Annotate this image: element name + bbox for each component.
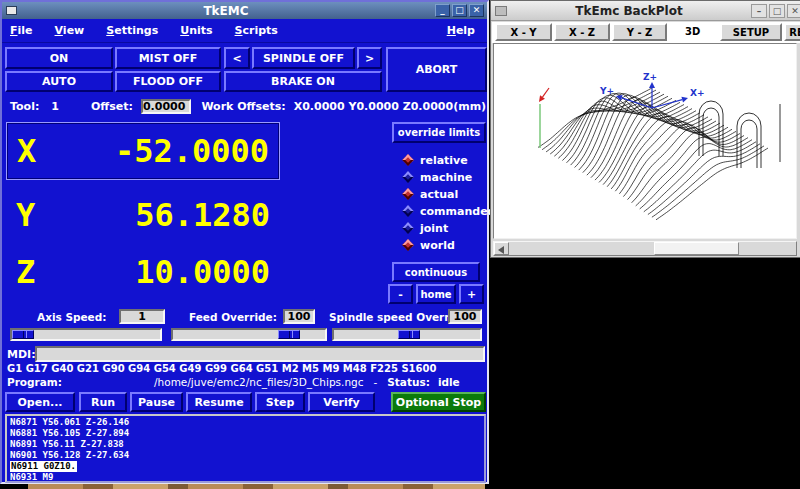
jog-continuous-button[interactable]: continuous	[392, 262, 480, 282]
abort-button[interactable]: ABORT	[386, 47, 487, 92]
tool-label: Tool:	[10, 100, 39, 113]
verify-button[interactable]: Verify	[308, 392, 375, 412]
mist-button[interactable]: MIST OFF	[115, 47, 221, 69]
menu-units[interactable]: Units	[180, 24, 212, 37]
axis-value-z: 10.0000	[112, 253, 270, 291]
feed-override-slider[interactable]	[171, 328, 327, 341]
menu-file[interactable]: File	[10, 24, 33, 37]
radio-indicator	[402, 222, 413, 233]
feed-override-entry[interactable]: 100	[283, 309, 315, 324]
program-line: N6891 Y56.11 Z-27.838	[10, 439, 481, 450]
axis-speed-slider[interactable]	[10, 328, 162, 341]
maximize-icon[interactable]: □	[452, 4, 467, 17]
desktop-wallpaper-sliver	[28, 484, 485, 489]
program-listing[interactable]: N6871 Y56.061 Z-26.146 N6881 Y56.105 Z-2…	[5, 414, 486, 483]
offset-entry[interactable]: 0.0000	[141, 99, 191, 114]
tkemc-window-title: TkEMC	[17, 4, 435, 18]
axis-letter-z: Z	[16, 253, 35, 291]
flood-button[interactable]: FLOOD OFF	[115, 71, 221, 92]
menu-help[interactable]: Help	[447, 24, 475, 37]
backplot-horizontal-scrollbar[interactable]	[493, 241, 797, 256]
scrollbar-thumb[interactable]	[654, 242, 739, 255]
work-offsets-label: Work Offsets:	[201, 100, 285, 113]
units-label: (mm)	[453, 100, 486, 113]
program-separator: -	[373, 376, 377, 388]
tool-row: Tool: 1 Offset: 0.0000 Work Offsets: X0.…	[2, 98, 487, 115]
scroll-left-icon[interactable]	[494, 242, 509, 255]
program-line: N6871 Y56.061 Z-26.146	[10, 417, 481, 428]
radio-relative[interactable]: relative	[402, 152, 495, 168]
close-icon[interactable]: ✕	[787, 4, 800, 18]
view-xy-button[interactable]: X - Y	[495, 23, 552, 41]
jog-minus-button[interactable]: -	[388, 284, 413, 304]
axis-display-x[interactable]: X -52.0000	[6, 122, 280, 180]
brake-button[interactable]: BRAKE ON	[224, 71, 382, 92]
view-xz-button[interactable]: X - Z	[554, 23, 610, 41]
work-offsets-value: X0.0000 Y0.0000 Z0.0000	[294, 100, 453, 113]
minimize-icon[interactable]: _	[435, 4, 450, 17]
axis-display-y[interactable]: Y 56.1280	[6, 192, 280, 238]
run-button[interactable]: Run	[79, 392, 127, 412]
spindle-button[interactable]: SPINDLE OFF	[252, 47, 355, 69]
menubar: File View Settings Units Scripts Help	[2, 19, 487, 43]
maximize-icon[interactable]: □	[769, 4, 785, 18]
menu-settings[interactable]: Settings	[106, 24, 158, 37]
radio-machine[interactable]: machine	[402, 169, 495, 185]
override-limits-button[interactable]: override limits	[392, 122, 486, 143]
slider-handle[interactable]	[278, 330, 300, 339]
desktop: TkEMC _ □ ✕ File View Settings Units Scr…	[0, 0, 800, 489]
svg-text:Z+: Z+	[643, 72, 657, 82]
axis-speed-entry[interactable]: 1	[119, 309, 165, 324]
axis-speed-label: Axis Speed:	[37, 311, 106, 323]
backplot-window-title: TkEmc BackPlot	[507, 4, 751, 18]
setup-button[interactable]: SETUP	[720, 23, 782, 41]
axis-letter-x: X	[17, 132, 36, 170]
program-line-current: N6911 G0Z10.	[10, 461, 77, 472]
program-line: N6901 Y56.128 Z-27.634	[10, 450, 481, 461]
minimize-icon[interactable]: –	[751, 4, 767, 18]
radio-indicator	[402, 239, 413, 250]
axis-letter-y: Y	[16, 196, 35, 234]
slider-handle[interactable]	[398, 330, 420, 339]
tkemc-titlebar[interactable]: TkEMC _ □ ✕	[2, 2, 487, 19]
step-button[interactable]: Step	[255, 392, 305, 412]
mdi-input[interactable]	[35, 346, 485, 362]
radio-actual[interactable]: actual	[402, 186, 495, 202]
axis-display-z[interactable]: Z 10.0000	[6, 249, 280, 295]
radio-commanded[interactable]: commanded	[402, 203, 495, 219]
spindle-increase-button[interactable]: >	[357, 47, 382, 69]
pause-button[interactable]: Pause	[130, 392, 183, 412]
svg-text:X+: X+	[690, 88, 704, 98]
backplot-canvas[interactable]: Z+Y+X+	[493, 43, 797, 239]
close-icon[interactable]: ✕	[469, 4, 484, 17]
offset-label: Offset:	[91, 100, 133, 113]
backplot-titlebar[interactable]: TkEmc BackPlot – □ ✕	[491, 1, 800, 21]
view-3d-label[interactable]: 3D	[685, 26, 700, 37]
machine-on-button[interactable]: ON	[5, 47, 113, 69]
active-gcodes: G1 G17 G40 G21 G90 G94 G54 G49 G99 G64 G…	[7, 363, 436, 374]
menu-view[interactable]: View	[55, 24, 85, 37]
home-button[interactable]: home	[416, 284, 456, 304]
menu-scripts[interactable]: Scripts	[235, 24, 278, 37]
program-status-row: Program: /home/juve/emc2/nc_files/3D_Chi…	[7, 376, 482, 388]
optional-stop-button[interactable]: Optional Stop	[391, 392, 486, 412]
svg-text:Y+: Y+	[599, 86, 614, 96]
spindle-override-entry[interactable]: 100	[448, 309, 482, 324]
resume-button[interactable]: Resume	[186, 392, 252, 412]
radio-indicator	[402, 188, 413, 199]
tool-value: 1	[51, 100, 59, 113]
open-button[interactable]: Open...	[5, 392, 75, 412]
slider-handle[interactable]	[12, 330, 34, 339]
spindle-override-slider[interactable]	[332, 328, 482, 341]
window-menu-icon[interactable]	[6, 6, 17, 15]
jog-plus-button[interactable]: +	[459, 284, 484, 304]
mode-auto-button[interactable]: AUTO	[5, 71, 113, 92]
axis-value-x: -52.0000	[111, 132, 269, 170]
radio-world[interactable]: world	[402, 237, 495, 253]
view-yz-button[interactable]: Y - Z	[612, 23, 667, 41]
radio-joint[interactable]: joint	[402, 220, 495, 236]
spindle-decrease-button[interactable]: <	[224, 47, 250, 69]
reset-button[interactable]: RESET	[784, 23, 800, 41]
window-menu-icon[interactable]	[495, 6, 507, 16]
program-line: N6881 Y56.105 Z-27.894	[10, 428, 481, 439]
